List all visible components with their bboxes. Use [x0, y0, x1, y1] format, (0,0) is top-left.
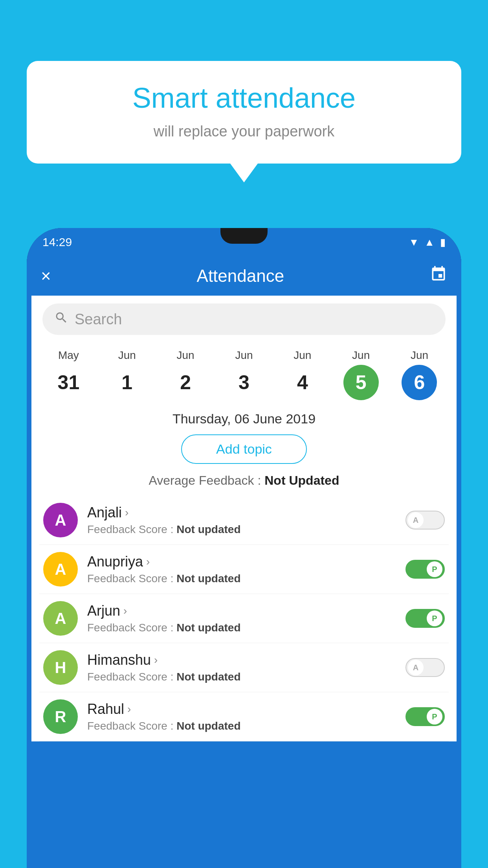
cal-month-label: Jun: [294, 349, 311, 362]
student-item[interactable]: HHimanshu ›Feedback Score : Not updatedA: [39, 643, 449, 692]
cal-month-label: Jun: [235, 349, 253, 362]
battery-icon: ▮: [440, 236, 446, 248]
search-bar[interactable]: Search: [42, 303, 446, 335]
calendar-day[interactable]: Jun5: [338, 349, 385, 400]
attendance-toggle[interactable]: A: [405, 511, 445, 530]
student-item[interactable]: AAnjali ›Feedback Score : Not updatedA: [39, 496, 449, 545]
top-bar: × Attendance: [27, 256, 461, 296]
app-screen: Search May31Jun1Jun2Jun3Jun4Jun5Jun6 Thu…: [31, 296, 457, 741]
cal-month-label: May: [58, 349, 79, 362]
student-info: Anupriya ›Feedback Score : Not updated: [87, 554, 396, 585]
attendance-toggle[interactable]: P: [405, 560, 445, 579]
search-icon: [54, 311, 68, 328]
student-info: Arjun ›Feedback Score : Not updated: [87, 603, 396, 634]
avg-feedback: Average Feedback : Not Updated: [31, 473, 457, 488]
feedback-score: Feedback Score : Not updated: [87, 523, 396, 536]
student-name: Anupriya ›: [87, 554, 396, 570]
toggle-knob: P: [427, 561, 442, 577]
chevron-icon: ›: [127, 703, 131, 715]
student-avatar: A: [43, 601, 78, 636]
toggle-switch[interactable]: A: [405, 658, 445, 677]
wifi-icon: ▼: [409, 236, 419, 248]
cal-month-label: Jun: [118, 349, 136, 362]
feedback-score: Feedback Score : Not updated: [87, 671, 396, 683]
feedback-score: Feedback Score : Not updated: [87, 622, 396, 634]
cal-day-num[interactable]: 5: [343, 365, 379, 400]
close-button[interactable]: ×: [41, 266, 51, 286]
student-name: Arjun ›: [87, 603, 396, 619]
student-info: Himanshu ›Feedback Score : Not updated: [87, 652, 396, 683]
student-avatar: H: [43, 650, 78, 685]
cal-day-num[interactable]: 6: [402, 365, 437, 400]
calendar-day[interactable]: Jun3: [220, 349, 268, 400]
feedback-score: Feedback Score : Not updated: [87, 720, 396, 732]
cal-day-num[interactable]: 31: [51, 365, 86, 400]
chevron-icon: ›: [125, 506, 128, 519]
cal-month-label: Jun: [177, 349, 194, 362]
cal-month-label: Jun: [411, 349, 428, 362]
selected-date: Thursday, 06 June 2019: [31, 411, 457, 427]
cal-day-num[interactable]: 1: [109, 365, 145, 400]
screen-title: Attendance: [51, 266, 430, 286]
cal-month-label: Jun: [352, 349, 370, 362]
cal-day-num[interactable]: 3: [226, 365, 262, 400]
chevron-icon: ›: [154, 654, 158, 666]
calendar-day[interactable]: Jun6: [396, 349, 443, 400]
toggle-knob: P: [427, 611, 442, 626]
calendar-day[interactable]: May31: [45, 349, 92, 400]
speech-bubble: Smart attendance will replace your paper…: [27, 61, 461, 164]
add-topic-button[interactable]: Add topic: [181, 434, 307, 464]
student-avatar: A: [43, 552, 78, 587]
student-item[interactable]: AAnupriya ›Feedback Score : Not updatedP: [39, 545, 449, 594]
student-item[interactable]: AArjun ›Feedback Score : Not updatedP: [39, 594, 449, 643]
student-name: Rahul ›: [87, 701, 396, 717]
phone-notch: [220, 228, 268, 244]
phone-inner: 14:29 ▼ ▲ ▮ × Attendance: [27, 228, 461, 868]
attendance-toggle[interactable]: A: [405, 658, 445, 677]
bubble-subtitle: will replace your paperwork: [50, 123, 438, 140]
phone-frame: 14:29 ▼ ▲ ▮ × Attendance: [27, 228, 461, 868]
feedback-score: Feedback Score : Not updated: [87, 572, 396, 585]
student-name: Anjali ›: [87, 504, 396, 521]
student-name: Himanshu ›: [87, 652, 396, 668]
status-time: 14:29: [42, 235, 72, 249]
student-avatar: R: [43, 699, 78, 734]
toggle-knob: A: [408, 660, 424, 675]
calendar-day[interactable]: Jun2: [162, 349, 209, 400]
status-icons: ▼ ▲ ▮: [409, 236, 446, 248]
attendance-toggle[interactable]: P: [405, 707, 445, 726]
toggle-switch[interactable]: A: [405, 511, 445, 530]
toggle-knob: A: [408, 512, 424, 528]
toggle-switch[interactable]: P: [405, 707, 445, 726]
calendar-icon[interactable]: [430, 265, 447, 287]
chevron-icon: ›: [123, 605, 127, 617]
search-placeholder: Search: [75, 311, 122, 328]
avg-feedback-value: Not Updated: [264, 473, 339, 487]
cal-day-num[interactable]: 2: [168, 365, 203, 400]
calendar-day[interactable]: Jun1: [103, 349, 150, 400]
bubble-title: Smart attendance: [50, 83, 438, 114]
student-info: Rahul ›Feedback Score : Not updated: [87, 701, 396, 732]
student-list: AAnjali ›Feedback Score : Not updatedAAA…: [31, 496, 457, 741]
student-item[interactable]: RRahul ›Feedback Score : Not updatedP: [39, 692, 449, 741]
signal-icon: ▲: [424, 236, 435, 248]
chevron-icon: ›: [146, 555, 150, 568]
attendance-toggle[interactable]: P: [405, 609, 445, 628]
avg-feedback-label: Average Feedback :: [149, 473, 265, 487]
toggle-knob: P: [427, 709, 442, 725]
toggle-switch[interactable]: P: [405, 609, 445, 628]
calendar-day[interactable]: Jun4: [279, 349, 326, 400]
calendar-strip: May31Jun1Jun2Jun3Jun4Jun5Jun6: [31, 343, 457, 400]
student-info: Anjali ›Feedback Score : Not updated: [87, 504, 396, 536]
student-avatar: A: [43, 503, 78, 537]
toggle-switch[interactable]: P: [405, 560, 445, 579]
cal-day-num[interactable]: 4: [285, 365, 320, 400]
